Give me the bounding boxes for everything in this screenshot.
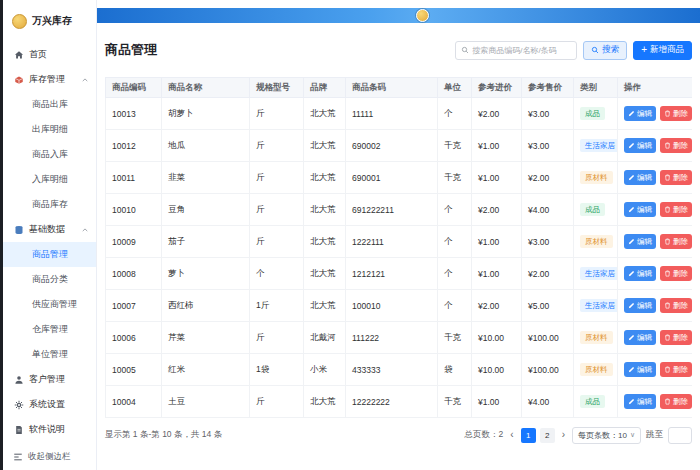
- cell-purchase: ¥1.00: [472, 130, 522, 162]
- delete-button[interactable]: 删除: [660, 394, 692, 409]
- cell-purchase: ¥1.00: [472, 162, 522, 194]
- edit-button[interactable]: 编辑: [624, 298, 656, 313]
- edit-button[interactable]: 编辑: [624, 202, 656, 217]
- page-button-1[interactable]: 1: [521, 428, 536, 443]
- cell-name: 茄子: [162, 226, 250, 258]
- edit-button[interactable]: 编辑: [624, 106, 656, 121]
- sidebar-item-product-inbound[interactable]: 商品入库: [3, 142, 96, 167]
- delete-button[interactable]: 删除: [660, 234, 692, 249]
- topbar-logo-icon: [416, 9, 429, 22]
- cell-purchase: ¥1.00: [472, 386, 522, 418]
- cell-spec: 斤: [250, 162, 304, 194]
- cell-code: 10011: [106, 162, 162, 194]
- cell-spec: 个: [250, 258, 304, 290]
- main-area: 商品管理 搜索 + 新增商品: [97, 0, 700, 470]
- delete-button[interactable]: 删除: [660, 106, 692, 121]
- jump-page-input[interactable]: [668, 427, 692, 444]
- search-button[interactable]: 搜索: [583, 41, 627, 60]
- edit-label: 编辑: [637, 173, 652, 183]
- sidebar-item-product-management[interactable]: 商品管理: [3, 242, 96, 267]
- delete-button[interactable]: 删除: [660, 170, 692, 185]
- sidebar-item-inbound-details[interactable]: 入库明细: [3, 167, 96, 192]
- cell-brand: 北大荒: [304, 98, 346, 130]
- cell-purchase: ¥1.00: [472, 258, 522, 290]
- page-title: 商品管理: [105, 41, 157, 59]
- per-page-select[interactable]: 每页条数：10 ∨: [572, 427, 641, 444]
- sidebar: 万兴库存 首页库存管理商品出库出库明细商品入库入库明细商品库存基础数据商品管理商…: [3, 0, 97, 470]
- pagination: 总页数：2 ‹ 12 › 每页条数：10 ∨ 跳至: [465, 427, 692, 444]
- edit-button[interactable]: 编辑: [624, 330, 656, 345]
- cell-barcode: 1222111: [346, 226, 438, 258]
- cell-name: 萝卜: [162, 258, 250, 290]
- delete-button[interactable]: 删除: [660, 362, 692, 377]
- edit-label: 编辑: [637, 365, 652, 375]
- sidebar-item-label: 商品入库: [32, 148, 68, 161]
- cell-name: 红米: [162, 354, 250, 386]
- sidebar-item-label: 仓库管理: [32, 323, 68, 336]
- edit-button[interactable]: 编辑: [624, 266, 656, 281]
- search-button-icon: [591, 46, 599, 54]
- delete-label: 删除: [673, 301, 688, 311]
- sidebar-item-product-stock[interactable]: 商品库存: [3, 192, 96, 217]
- table-row: 10005红米1袋小米433333袋¥10.00¥100.00原材料编辑删除: [106, 354, 693, 386]
- sidebar-item-unit-management[interactable]: 单位管理: [3, 342, 96, 367]
- cell-spec: 斤: [250, 386, 304, 418]
- sidebar-item-customer-management[interactable]: 客户管理: [3, 367, 96, 392]
- cell-purchase: ¥10.00: [472, 354, 522, 386]
- total-pages-label: 总页数：2: [465, 429, 504, 441]
- sidebar-item-basic-data[interactable]: 基础数据: [3, 217, 96, 242]
- sidebar-item-product-outbound[interactable]: 商品出库: [3, 92, 96, 117]
- sidebar-item-home[interactable]: 首页: [3, 42, 96, 67]
- next-page-button[interactable]: ›: [560, 430, 567, 440]
- edit-label: 编辑: [637, 397, 652, 407]
- cell-actions: 编辑删除: [618, 290, 693, 322]
- cell-unit: 袋: [438, 354, 472, 386]
- edit-button[interactable]: 编辑: [624, 394, 656, 409]
- sidebar-item-system-settings[interactable]: 系统设置: [3, 392, 96, 417]
- cell-actions: 编辑删除: [618, 322, 693, 354]
- prev-page-button[interactable]: ‹: [508, 430, 515, 440]
- search-input[interactable]: [472, 46, 571, 55]
- sidebar-item-software-info[interactable]: 软件说明: [3, 417, 96, 442]
- cell-spec: 斤: [250, 130, 304, 162]
- delete-button[interactable]: 删除: [660, 266, 692, 281]
- delete-button[interactable]: 删除: [660, 202, 692, 217]
- table-row: 10012地瓜斤北大荒690002千克¥1.00¥3.00生活家居编辑删除: [106, 130, 693, 162]
- edit-button[interactable]: 编辑: [624, 138, 656, 153]
- sidebar-item-product-category[interactable]: 商品分类: [3, 267, 96, 292]
- cell-code: 10012: [106, 130, 162, 162]
- delete-button[interactable]: 删除: [660, 298, 692, 313]
- edit-button[interactable]: 编辑: [624, 362, 656, 377]
- cell-code: 10007: [106, 290, 162, 322]
- sidebar-item-outbound-details[interactable]: 出库明细: [3, 117, 96, 142]
- add-product-button[interactable]: + 新增商品: [633, 41, 692, 60]
- delete-button[interactable]: 删除: [660, 138, 692, 153]
- sidebar-item-label: 商品库存: [32, 198, 68, 211]
- pencil-icon: [628, 270, 635, 277]
- collapse-sidebar-button[interactable]: 收起侧边栏: [3, 444, 96, 470]
- add-product-label: 新增商品: [650, 44, 684, 56]
- edit-button[interactable]: 编辑: [624, 170, 656, 185]
- cell-barcode: 690001: [346, 162, 438, 194]
- delete-button[interactable]: 删除: [660, 330, 692, 345]
- sidebar-item-label: 软件说明: [29, 423, 65, 436]
- category-badge: 成品: [580, 395, 605, 408]
- cell-unit: 千克: [438, 162, 472, 194]
- category-badge: 原材料: [580, 363, 613, 376]
- sidebar-menu: 首页库存管理商品出库出库明细商品入库入库明细商品库存基础数据商品管理商品分类供应…: [3, 42, 96, 444]
- sidebar-item-inventory-management[interactable]: 库存管理: [3, 67, 96, 92]
- sidebar-item-warehouse-management[interactable]: 仓库管理: [3, 317, 96, 342]
- edit-button[interactable]: 编辑: [624, 234, 656, 249]
- cell-sale: ¥4.00: [522, 386, 574, 418]
- cell-unit: 千克: [438, 386, 472, 418]
- cell-category: 成品: [574, 194, 618, 226]
- cell-unit: 个: [438, 194, 472, 226]
- cell-unit: 千克: [438, 322, 472, 354]
- page-button-2[interactable]: 2: [540, 428, 555, 443]
- sidebar-item-supplier-management[interactable]: 供应商管理: [3, 292, 96, 317]
- topbar: [97, 8, 700, 23]
- edit-label: 编辑: [637, 237, 652, 247]
- sidebar-item-label: 基础数据: [29, 223, 65, 236]
- cell-category: 生活家居: [574, 130, 618, 162]
- category-badge: 原材料: [580, 171, 613, 184]
